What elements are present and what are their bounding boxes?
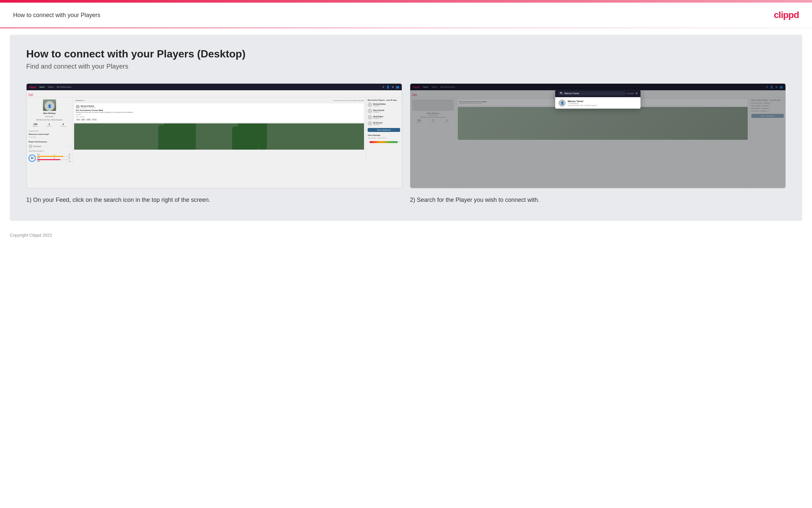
sc1-circle-score: 84: [29, 155, 36, 162]
sc1-tab-bar: Feed: [27, 90, 402, 97]
sc1-heatmap-sub: Player Quality - 20 Round Trend: [368, 137, 400, 139]
sc2-result-name: Marcus Turner: [568, 100, 597, 102]
golfer-svg: [74, 123, 364, 150]
user-icon[interactable]: 👥: [396, 86, 399, 89]
svg-rect-0: [74, 123, 364, 150]
sc2-result-item[interactable]: 👤 Marcus Turner 1-5 Handicap Cypress Poi…: [555, 97, 640, 109]
svg-rect-4: [187, 123, 196, 150]
sc1-nav-teams[interactable]: Teams: [48, 86, 54, 88]
screenshot-panel-1: clippd Home Teams My Performance ⚲ 👤 ⚙ 👥…: [26, 83, 402, 205]
main-heading: How to connect with your Players (Deskto…: [26, 48, 786, 60]
logo: clippd: [774, 10, 799, 20]
people-icon[interactable]: 👤: [386, 86, 390, 89]
sc1-feed-title: Pre Tournament Course Walk: [76, 109, 363, 111]
top-accent-bar: [0, 0, 812, 3]
sc1-heatmap-range: -5 +5: [368, 140, 400, 143]
copyright-text: Copyright Clippd 2022: [10, 233, 52, 238]
sc1-feed-tags: OTT APP ARG PUTT: [76, 119, 363, 121]
sc1-active-avatar-4: [368, 121, 372, 126]
sc2-search-icon-inner: 🔍: [560, 92, 563, 95]
sc1-player-perf-title: Player Performance: [29, 141, 70, 143]
sc1-active-avatar-2: [368, 109, 372, 113]
sc2-search-text[interactable]: Marcus Turner: [564, 92, 623, 94]
sc1-most-active-title: Most Active Players - Last 30 days: [368, 99, 400, 101]
sc1-feed-main: Following ▼ Control who can see your act…: [73, 97, 366, 164]
screenshots-row: clippd Home Teams My Performance ⚲ 👤 ⚙ 👥…: [26, 83, 786, 205]
sc1-heatmap-bar: [370, 141, 398, 143]
sc1-feed-desc: Walking the course with my coach to buil…: [76, 112, 363, 113]
header-divider: [0, 28, 812, 28]
svg-rect-10: [258, 123, 267, 150]
header: How to connect with your Players clippd: [0, 3, 812, 28]
sc1-player-avatar: [29, 144, 33, 148]
sc1-body: 👤 Blair McHarg Golf Coach Mill Ride Golf…: [27, 97, 402, 164]
sc1-control-link[interactable]: Control who can see your activity and da…: [333, 99, 364, 101]
sc1-feed-meta: Duration: [76, 114, 363, 116]
sc1-following-btn[interactable]: Following ▼: [74, 99, 86, 102]
main-content: How to connect with your Players (Deskto…: [10, 35, 802, 221]
sc2-search-input-area: 🔍 Marcus Turner: [558, 91, 625, 95]
sc1-feed-usersub: Yesterday - The Grove: [81, 107, 95, 109]
sc1-stats-row: 129 Activities 3 Followers 4 Following: [29, 122, 70, 128]
screenshot-frame-1: clippd Home Teams My Performance ⚲ 👤 ⚙ 👥…: [26, 83, 402, 188]
sc2-result-avatar: 👤: [559, 99, 566, 107]
sc1-ott-bar: [37, 156, 70, 157]
sc1-photo-area: [74, 123, 364, 150]
sc1-stat-activities: 129 Activities: [33, 123, 38, 127]
sc1-tag-putt: PUTT: [92, 119, 97, 121]
sc1-active-player-4: Eli Vincent Activities: 1: [368, 121, 400, 126]
sc1-following-row: Following ▼ Control who can see your act…: [74, 99, 364, 102]
sc1-feed-tab[interactable]: Feed: [29, 93, 33, 96]
sc1-nav: clippd Home Teams My Performance ⚲ 👤 ⚙ 👥: [27, 84, 402, 90]
sc1-profile-name: Blair McHarg: [29, 112, 70, 114]
svg-rect-3: [158, 125, 170, 150]
sc1-player-row: Eli Vincent ▼: [29, 144, 70, 149]
sc1-nav-home[interactable]: Home: [39, 86, 45, 88]
sc1-feed-duration: 02 hr : 00 min: [76, 116, 363, 118]
sc1-profile-role: Golf Coach: [29, 116, 70, 118]
sc1-feed-username: Richard Butler: [81, 105, 95, 107]
sc1-active-player-1: Richard Butler Activities: 7: [368, 102, 400, 107]
sc1-dropdown-icon[interactable]: ▼: [69, 146, 70, 147]
screenshot-caption-2: 2) Search for the Player you wish to con…: [410, 196, 786, 205]
sc1-team-dashboard-btn[interactable]: Team Dashboard: [368, 128, 400, 132]
sc1-tag-arg: ARG: [86, 119, 91, 121]
settings-icon[interactable]: ⚙: [392, 86, 394, 89]
sc1-quality-label: Total Player Quality ⓘ: [29, 150, 70, 152]
sc1-active-avatar-3: [368, 115, 372, 120]
sc1-stat-followers: 3 Followers: [46, 123, 52, 127]
sc1-player-name: Eli Vincent: [34, 145, 68, 147]
sc1-profile-avatar: 👤: [45, 101, 54, 111]
sc1-tag-app: APP: [81, 119, 86, 121]
sc1-active-player-3: Hiral Pujara Activities: 3: [368, 115, 400, 120]
sc1-logo: clippd: [29, 86, 36, 88]
sc2-search-popup: 🔍 Marcus Turner CLEAR ✕ 👤 Marcus Turner …: [555, 90, 640, 109]
page-title: How to connect with your Players: [13, 12, 100, 19]
svg-rect-9: [232, 126, 242, 150]
sc2-result-club: Cypress Point Club, United Kingdom: [568, 104, 597, 106]
screenshot-frame-2: clippd Home Teams My Performance ⚲ 👤 ⚙ 👥…: [410, 83, 786, 188]
sc1-sidebar: 👤 Blair McHarg Golf Coach Mill Ride Golf…: [27, 97, 73, 164]
sc1-right-panel: Most Active Players - Last 30 days Richa…: [366, 97, 402, 164]
sc1-heatmap-title: Team Heatmap: [368, 134, 400, 136]
main-subheading: Find and connect with your Players: [26, 63, 786, 70]
screenshot-panel-2: clippd Home Teams My Performance ⚲ 👤 ⚙ 👥…: [410, 83, 786, 205]
sc2-clear-button[interactable]: CLEAR: [626, 92, 634, 94]
sc1-feed-item: Richard Butler Yesterday - The Grove Pre…: [74, 103, 364, 122]
sc1-stat-following: 4 Following: [60, 123, 66, 127]
sc1-latest-activity: Afternoon round of golf: [29, 133, 70, 135]
sc2-close-icon[interactable]: ✕: [635, 92, 638, 95]
sc1-activity-date: 27 Jul 2022: [29, 136, 70, 138]
sc1-nav-icons: ⚲ 👤 ⚙ 👥: [382, 86, 399, 89]
sc1-profile-club: Mill Ride Golf Club, United Kingdom: [29, 119, 70, 121]
sc2-search-bar: 🔍 Marcus Turner CLEAR ✕: [555, 90, 640, 97]
sc1-latest-label: Latest Activity: [29, 130, 70, 132]
footer: Copyright Clippd 2022: [0, 227, 812, 243]
sc1-active-avatar-1: [368, 102, 372, 107]
sc1-nav-my-performance[interactable]: My Performance: [57, 86, 71, 88]
screenshot-caption-1: 1) On your Feed, click on the search ico…: [26, 196, 402, 205]
search-icon[interactable]: ⚲: [382, 86, 384, 89]
sc1-active-player-2: Piers Parnell Activities: 4: [368, 108, 400, 114]
sc1-app-bar: [37, 159, 70, 160]
sc1-tag-ott: OTT: [76, 119, 80, 121]
